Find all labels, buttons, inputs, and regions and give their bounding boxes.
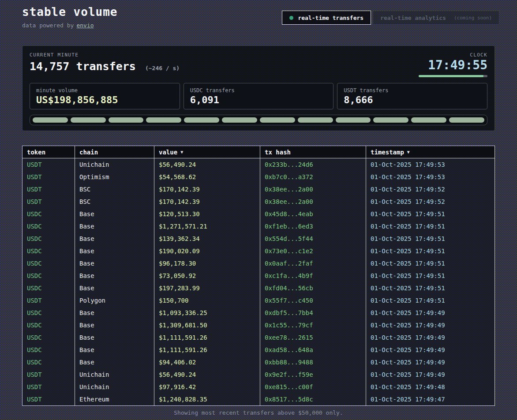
tx-hash-link[interactable]: 0xee78...2615 <box>260 331 366 344</box>
token-cell: USDT <box>22 393 75 405</box>
token-cell: USDT <box>22 381 75 393</box>
tx-hash-link[interactable]: 0x8517...5d8c <box>260 393 366 405</box>
table-row: USDCBase$1,111,591.260xee78...261501-Oct… <box>22 331 495 344</box>
value-cell: $190,020.09 <box>154 245 260 257</box>
tx-hash-link[interactable]: 0x233b...24d6 <box>260 158 366 171</box>
token-cell: USDC <box>22 331 75 344</box>
clock-label: CLOCK <box>419 52 487 58</box>
volume-segment <box>260 117 295 123</box>
stat-value: 6,091 <box>190 94 327 105</box>
volume-segment <box>184 117 219 123</box>
volume-segments <box>30 115 487 125</box>
value-cell: $1,240,828.35 <box>154 393 260 405</box>
envio-link[interactable]: envio <box>76 22 94 29</box>
current-minute-label: CURRENT MINUTE <box>30 52 180 58</box>
tx-hash-link[interactable]: 0x0aaf...2faf <box>260 257 366 270</box>
token-cell: USDT <box>22 158 75 171</box>
volume-segment <box>298 117 333 123</box>
tx-hash-link[interactable]: 0x38ee...2a00 <box>260 195 366 208</box>
volume-segment <box>146 117 181 123</box>
stat-usdc-transfers: USDC transfers 6,091 <box>184 83 334 109</box>
chain-cell: Base <box>75 307 154 319</box>
token-cell: USDC <box>22 232 75 245</box>
footer-note: Showing most recent transfers above $50,… <box>0 409 517 416</box>
value-cell: $56,490.24 <box>154 368 260 381</box>
tx-hash-link[interactable]: 0xf1eb...6ed3 <box>260 220 366 232</box>
stat-value: US$198,856,885 <box>36 94 173 105</box>
chain-cell: Optimism <box>75 171 154 183</box>
transfers-summary: CURRENT MINUTE 14,757 transfers (~246 / … <box>30 52 180 73</box>
table-row: USDCBase$1,309,681.500x1c55...79cf01-Oct… <box>22 319 495 331</box>
tx-hash-link[interactable]: 0xdbf5...7bb4 <box>260 307 366 319</box>
timestamp-cell: 01-Oct-2025 17:49:51 <box>366 294 495 307</box>
table-row: USDTUnichain$56,490.240x233b...24d601-Oc… <box>22 158 495 171</box>
stat-label: minute volume <box>36 87 173 94</box>
page-title: stable volume <box>22 5 118 19</box>
table-row: USDCBase$120,513.300x45d8...4eab01-Oct-2… <box>22 208 495 220</box>
tx-hash-link[interactable]: 0xbb88...9488 <box>260 356 366 368</box>
tab-real-time-transfers[interactable]: real-time transfers <box>282 11 371 25</box>
column-label: value <box>159 149 177 156</box>
value-cell: $94,406.02 <box>154 356 260 368</box>
token-cell: USDC <box>22 344 75 356</box>
tx-hash-link[interactable]: 0xe815...c00f <box>260 381 366 393</box>
stat-label: USDT transfers <box>344 87 481 94</box>
token-cell: USDC <box>22 208 75 220</box>
value-cell: $73,050.92 <box>154 270 260 282</box>
chain-cell: Base <box>75 319 154 331</box>
timestamp-cell: 01-Oct-2025 17:49:51 <box>366 245 495 257</box>
tab-real-time-analytics[interactable]: real-time analytics (coming soon) <box>373 11 499 25</box>
token-cell: USDC <box>22 270 75 282</box>
chain-cell: Base <box>75 282 154 294</box>
column-label: token <box>27 149 45 156</box>
table-row: USDTEthereum$1,240,828.350x8517...5d8c01… <box>22 393 495 405</box>
value-cell: $170,142.39 <box>154 183 260 195</box>
timestamp-cell: 01-Oct-2025 17:49:51 <box>366 220 495 232</box>
tx-hash-link[interactable]: 0xc1fa...4b9f <box>260 270 366 282</box>
tx-hash-link[interactable]: 0xad58...648a <box>260 344 366 356</box>
tx-hash-link[interactable]: 0x55f7...c450 <box>260 294 366 307</box>
tx-hash-link[interactable]: 0xfd04...56cb <box>260 282 366 294</box>
volume-segment <box>336 117 371 123</box>
current-minute-panel: CURRENT MINUTE 14,757 transfers (~246 / … <box>22 45 495 131</box>
chain-cell: Base <box>75 356 154 368</box>
timestamp-cell: 01-Oct-2025 17:49:51 <box>366 232 495 245</box>
tx-hash-link[interactable]: 0x9e2f...f59e <box>260 368 366 381</box>
minute-progress-fill <box>419 75 483 77</box>
timestamp-cell: 01-Oct-2025 17:49:49 <box>366 356 495 368</box>
table-row: USDCBase$190,020.090x73e0...c1e201-Oct-2… <box>22 245 495 257</box>
value-cell: $170,142.39 <box>154 195 260 208</box>
chain-cell: Polygon <box>75 294 154 307</box>
value-cell: $54,568.62 <box>154 171 260 183</box>
column-header-timestamp[interactable]: timestamp▼ <box>366 146 495 158</box>
tx-hash-link[interactable]: 0x45d8...4eab <box>260 208 366 220</box>
tx-hash-link[interactable]: 0xb7c0...a372 <box>260 171 366 183</box>
tx-hash-link[interactable]: 0x73e0...c1e2 <box>260 245 366 257</box>
chain-cell: Base <box>75 257 154 270</box>
column-header-value[interactable]: value▼ <box>154 146 260 158</box>
volume-segment <box>71 117 106 123</box>
table-row: USDTPolygon$150,7000x55f7...c45001-Oct-2… <box>22 294 495 307</box>
timestamp-cell: 01-Oct-2025 17:49:47 <box>366 393 495 405</box>
chain-cell: Base <box>75 270 154 282</box>
table-row: USDTUnichain$97,916.420xe815...c00f01-Oc… <box>22 381 495 393</box>
chain-cell: Base <box>75 232 154 245</box>
table-row: USDCBase$1,093,336.250xdbf5...7bb401-Oct… <box>22 307 495 319</box>
tx-hash-link[interactable]: 0x38ee...2a00 <box>260 183 366 195</box>
powered-by-text: data powered by <box>22 22 74 29</box>
token-cell: USDT <box>22 195 75 208</box>
value-cell: $1,271,571.21 <box>154 220 260 232</box>
tab-bar: real-time transfers real-time analytics … <box>282 11 499 25</box>
sort-desc-icon: ▼ <box>180 150 183 154</box>
chain-cell: Unichain <box>75 381 154 393</box>
table-row: USDCBase$139,362.340x554d...5f4401-Oct-2… <box>22 232 495 245</box>
live-dot-icon <box>289 16 293 20</box>
timestamp-cell: 01-Oct-2025 17:49:51 <box>366 270 495 282</box>
table-row: USDCBase$94,406.020xbb88...948801-Oct-20… <box>22 356 495 368</box>
chain-cell: BSC <box>75 183 154 195</box>
token-cell: USDT <box>22 294 75 307</box>
token-cell: USDT <box>22 171 75 183</box>
tx-hash-link[interactable]: 0x1c55...79cf <box>260 319 366 331</box>
timestamp-cell: 01-Oct-2025 17:49:49 <box>366 319 495 331</box>
tx-hash-link[interactable]: 0x554d...5f44 <box>260 232 366 245</box>
